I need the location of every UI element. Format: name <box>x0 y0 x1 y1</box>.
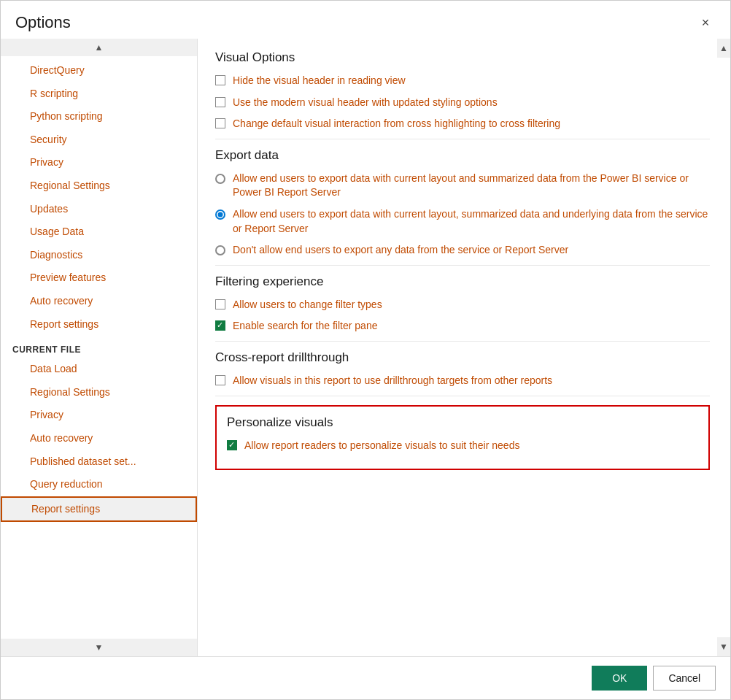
sidebar-item-report-settings-global[interactable]: Report settings <box>1 313 197 336</box>
sidebar-item-preview-features[interactable]: Preview features <box>1 266 197 290</box>
option-allow-personalize: Allow report readers to personalize visu… <box>227 439 698 453</box>
sidebar-scroll-up[interactable]: ▲ <box>1 39 197 56</box>
label-allow-filter-types[interactable]: Allow users to change filter types <box>233 298 382 312</box>
main-content: ▲ Visual Options Hide the visual header … <box>198 39 730 656</box>
sidebar-item-security[interactable]: Security <box>1 128 197 152</box>
checkbox-enable-search-filter[interactable] <box>215 320 225 331</box>
label-allow-drillthrough[interactable]: Allow visuals in this report to use dril… <box>233 374 552 388</box>
divider-1 <box>215 139 710 139</box>
checkbox-change-default-visual[interactable] <box>215 118 225 128</box>
divider-2 <box>215 265 710 266</box>
dialog-header: Options × <box>1 1 730 39</box>
label-hide-visual-header[interactable]: Hide the visual header in reading view <box>233 74 406 88</box>
label-export-underlying[interactable]: Allow end users to export data with curr… <box>233 207 710 236</box>
divider-3 <box>215 341 710 342</box>
visual-options-title: Visual Options <box>215 50 710 65</box>
main-scroll-down[interactable]: ▼ <box>717 637 730 656</box>
sidebar-item-regional-settings[interactable]: Regional Settings <box>1 174 197 198</box>
label-export-layout-summarized[interactable]: Allow end users to export data with curr… <box>233 172 710 200</box>
label-modern-visual[interactable]: Use the modern visual header with update… <box>233 96 498 110</box>
option-modern-visual: Use the modern visual header with update… <box>215 96 710 110</box>
option-export-none: Don't allow end users to export any data… <box>215 243 710 258</box>
radio-export-underlying[interactable] <box>215 209 225 220</box>
filtering-experience-section: Filtering experience Allow users to chan… <box>215 274 710 334</box>
checkbox-allow-personalize[interactable] <box>227 440 237 450</box>
cross-report-section: Cross-report drillthrough Allow visuals … <box>215 350 710 388</box>
divider-4 <box>215 396 710 396</box>
label-export-none[interactable]: Don't allow end users to export any data… <box>233 243 568 258</box>
sidebar-item-updates[interactable]: Updates <box>1 198 197 221</box>
option-allow-filter-types: Allow users to change filter types <box>215 298 710 312</box>
checkbox-allow-drillthrough[interactable] <box>215 375 225 385</box>
sidebar-item-privacy[interactable]: Privacy <box>1 151 197 174</box>
dialog-footer: OK Cancel <box>1 656 730 699</box>
radio-export-layout-summarized[interactable] <box>215 174 225 184</box>
radio-export-none[interactable] <box>215 245 225 255</box>
export-data-title: Export data <box>215 148 710 163</box>
checkbox-modern-visual[interactable] <box>215 97 225 107</box>
cross-report-title: Cross-report drillthrough <box>215 350 710 365</box>
sidebar-item-diagnostics[interactable]: Diagnostics <box>1 244 197 267</box>
sidebar-item-auto-recovery-global[interactable]: Auto recovery <box>1 290 197 313</box>
option-export-underlying: Allow end users to export data with curr… <box>215 207 710 236</box>
sidebar-item-python-scripting[interactable]: Python scripting <box>1 105 197 128</box>
sidebar-item-regional-settings-file[interactable]: Regional Settings <box>1 381 197 404</box>
ok-button[interactable]: OK <box>592 666 647 691</box>
sidebar-item-data-load[interactable]: Data Load <box>1 358 197 381</box>
sidebar-item-usage-data[interactable]: Usage Data <box>1 220 197 244</box>
option-enable-search-filter: Enable search for the filter pane <box>215 319 710 334</box>
personalize-visuals-section: Personalize visuals Allow report readers… <box>215 405 710 471</box>
sidebar-item-report-settings-file[interactable]: Report settings <box>1 496 197 523</box>
main-scroll-area: Visual Options Hide the visual header in… <box>198 39 730 656</box>
option-hide-visual-header: Hide the visual header in reading view <box>215 74 710 88</box>
filtering-experience-title: Filtering experience <box>215 274 710 289</box>
checkbox-hide-visual-header[interactable] <box>215 75 225 85</box>
sidebar-item-published-dataset[interactable]: Published dataset set... <box>1 450 197 474</box>
label-allow-personalize[interactable]: Allow report readers to personalize visu… <box>244 439 519 453</box>
sidebar-scroll-area: DirectQuery R scripting Python scripting… <box>1 56 197 639</box>
options-dialog: Options × ▲ DirectQuery R scripting Pyth… <box>0 0 731 700</box>
dialog-title: Options <box>15 13 71 32</box>
personalize-visuals-title: Personalize visuals <box>227 415 698 430</box>
option-change-default-visual: Change default visual interaction from c… <box>215 117 710 131</box>
export-data-section: Export data Allow end users to export da… <box>215 148 710 258</box>
sidebar-item-auto-recovery-file[interactable]: Auto recovery <box>1 427 197 450</box>
close-button[interactable]: × <box>695 12 716 33</box>
visual-options-section: Visual Options Hide the visual header in… <box>215 50 710 131</box>
label-enable-search-filter[interactable]: Enable search for the filter pane <box>233 319 377 334</box>
dialog-body: ▲ DirectQuery R scripting Python scripti… <box>1 39 730 656</box>
sidebar-item-privacy-file[interactable]: Privacy <box>1 404 197 427</box>
label-change-default-visual[interactable]: Change default visual interaction from c… <box>233 117 560 131</box>
option-export-layout-summarized: Allow end users to export data with curr… <box>215 172 710 200</box>
sidebar-item-directquery[interactable]: DirectQuery <box>1 59 197 82</box>
sidebar-item-r-scripting[interactable]: R scripting <box>1 82 197 106</box>
checkbox-allow-filter-types[interactable] <box>215 299 225 309</box>
cancel-button[interactable]: Cancel <box>653 666 716 691</box>
sidebar: ▲ DirectQuery R scripting Python scripti… <box>1 39 198 656</box>
sidebar-current-file-header: CURRENT FILE <box>1 336 197 358</box>
option-allow-drillthrough: Allow visuals in this report to use dril… <box>215 374 710 388</box>
sidebar-scroll-down[interactable]: ▼ <box>1 639 197 656</box>
main-scroll-up[interactable]: ▲ <box>717 39 730 58</box>
sidebar-item-query-reduction[interactable]: Query reduction <box>1 473 197 496</box>
